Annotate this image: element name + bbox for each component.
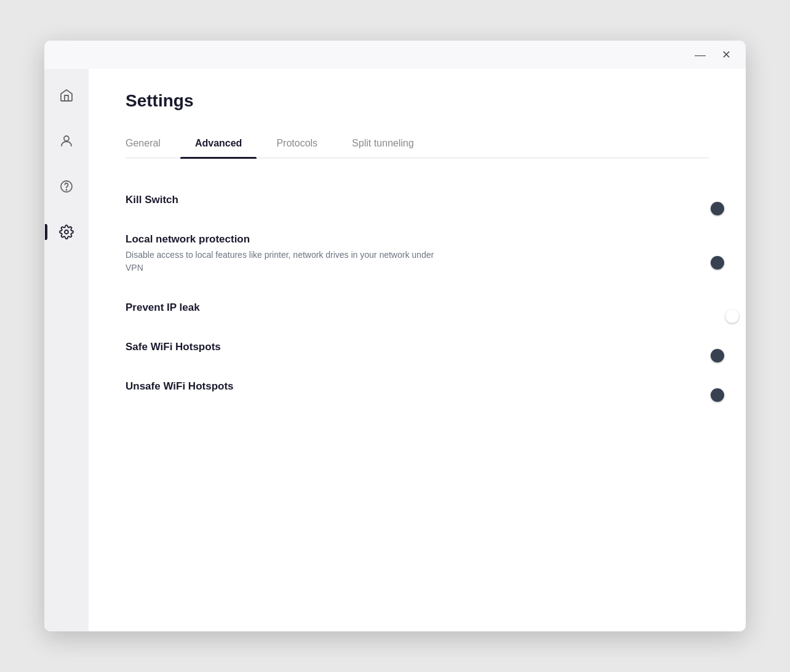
sidebar-item-profile[interactable] bbox=[52, 127, 81, 155]
kill-switch-knob bbox=[711, 202, 724, 215]
svg-point-0 bbox=[64, 136, 69, 141]
unsafe-wifi-label: Unsafe WiFi Hotspots bbox=[126, 380, 234, 393]
setting-safe-wifi-info: Safe WiFi Hotspots bbox=[126, 341, 221, 353]
home-icon bbox=[59, 88, 74, 103]
user-icon bbox=[59, 134, 74, 148]
settings-list: Kill Switch Local network pr bbox=[126, 180, 709, 406]
sidebar bbox=[44, 69, 89, 631]
help-icon bbox=[59, 179, 74, 194]
tab-general[interactable]: General bbox=[126, 130, 175, 158]
setting-prevent-ip-leak-info: Prevent IP leak bbox=[126, 302, 200, 314]
svg-point-2 bbox=[66, 190, 67, 190]
page-title: Settings bbox=[126, 91, 709, 111]
local-network-description: Disable access to local features like pr… bbox=[126, 249, 445, 274]
setting-safe-wifi: Safe WiFi Hotspots bbox=[126, 327, 709, 367]
minimize-button[interactable]: — bbox=[691, 48, 709, 62]
titlebar: — ✕ bbox=[44, 41, 746, 69]
setting-unsafe-wifi-info: Unsafe WiFi Hotspots bbox=[126, 380, 234, 393]
settings-icon bbox=[59, 225, 74, 239]
sidebar-item-help[interactable] bbox=[52, 172, 81, 201]
local-network-knob bbox=[711, 256, 724, 270]
content-area: Settings General Advanced Protocols Spli… bbox=[89, 69, 746, 631]
setting-unsafe-wifi: Unsafe WiFi Hotspots bbox=[126, 367, 709, 406]
setting-kill-switch-info: Kill Switch bbox=[126, 194, 178, 206]
sidebar-item-settings[interactable] bbox=[52, 218, 81, 246]
svg-point-3 bbox=[65, 230, 68, 234]
kill-switch-label: Kill Switch bbox=[126, 194, 178, 206]
setting-kill-switch: Kill Switch bbox=[126, 180, 709, 220]
main-layout: Settings General Advanced Protocols Spli… bbox=[44, 69, 746, 631]
tab-advanced[interactable]: Advanced bbox=[180, 130, 257, 158]
tabs: General Advanced Protocols Split tunneli… bbox=[126, 130, 709, 158]
local-network-label: Local network protection bbox=[126, 233, 445, 246]
setting-prevent-ip-leak: Prevent IP leak bbox=[126, 288, 709, 327]
setting-local-network-info: Local network protection Disable access … bbox=[126, 233, 445, 274]
app-window: — ✕ bbox=[44, 41, 746, 631]
safe-wifi-knob bbox=[711, 349, 724, 362]
prevent-ip-leak-label: Prevent IP leak bbox=[126, 302, 200, 314]
tab-protocols[interactable]: Protocols bbox=[261, 130, 332, 158]
unsafe-wifi-knob bbox=[711, 388, 724, 402]
tab-split-tunneling[interactable]: Split tunneling bbox=[337, 130, 429, 158]
sidebar-item-home[interactable] bbox=[52, 81, 81, 110]
prevent-ip-leak-knob bbox=[725, 310, 739, 323]
close-button[interactable]: ✕ bbox=[718, 48, 735, 62]
setting-local-network: Local network protection Disable access … bbox=[126, 220, 709, 288]
safe-wifi-label: Safe WiFi Hotspots bbox=[126, 341, 221, 353]
